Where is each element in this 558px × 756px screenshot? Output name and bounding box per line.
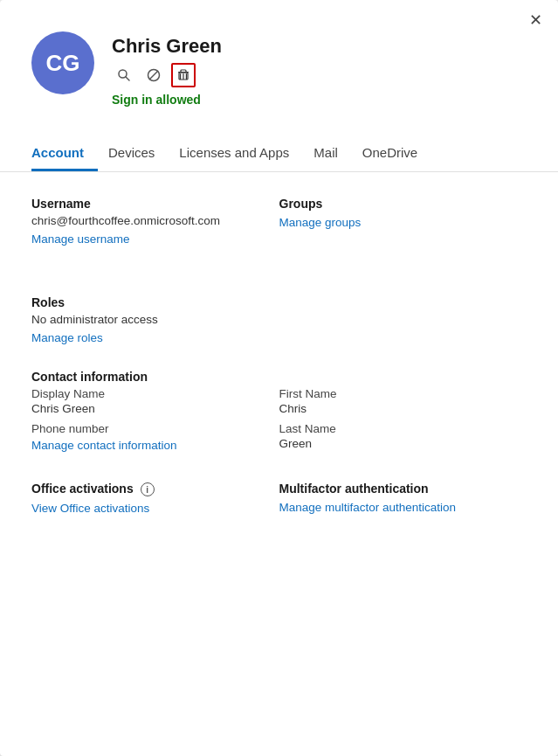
manage-groups-link[interactable]: Manage groups: [279, 216, 362, 229]
user-name: Chris Green: [112, 35, 222, 58]
phone-label: Phone number: [31, 422, 279, 435]
user-dialog: ✕ CG Chris Green: [0, 0, 558, 756]
first-name-value: Chris: [279, 402, 527, 415]
svg-rect-6: [183, 73, 183, 80]
tab-mail[interactable]: Mail: [313, 138, 352, 171]
contact-title: Contact information: [31, 370, 527, 384]
contact-section: Contact information Display Name Chris G…: [31, 370, 527, 457]
manage-roles-link[interactable]: Manage roles: [31, 331, 103, 344]
tab-licenses[interactable]: Licenses and Apps: [179, 138, 303, 171]
roles-title: Roles: [31, 295, 527, 309]
block-icon[interactable]: [141, 63, 166, 87]
last-name-value: Green: [279, 437, 527, 450]
display-name-label: Display Name: [31, 387, 279, 400]
last-name-label: Last Name: [279, 422, 527, 435]
action-icons: [112, 63, 222, 87]
content-area: Username chris@fourthcoffee.onmicrosoft.…: [0, 172, 558, 589]
username-groups-row: Username chris@fourthcoffee.onmicrosoft.…: [31, 197, 527, 271]
svg-line-1: [126, 77, 129, 80]
header-info: Chris Green: [112, 31, 222, 107]
first-name-label: First Name: [279, 387, 527, 400]
groups-title: Groups: [279, 197, 527, 211]
groups-section: Groups Manage groups: [279, 197, 527, 246]
username-value: chris@fourthcoffee.onmicrosoft.com: [31, 214, 279, 227]
roles-value: No administrator access: [31, 313, 527, 326]
tabs-bar: Account Devices Licenses and Apps Mail O…: [0, 114, 558, 172]
close-button[interactable]: ✕: [529, 12, 542, 28]
tab-devices[interactable]: Devices: [108, 138, 169, 171]
contact-right: First Name Chris Last Name Green: [279, 387, 527, 457]
contact-grid: Display Name Chris Green Phone number Ma…: [31, 387, 527, 457]
info-icon: i: [141, 482, 155, 496]
username-section: Username chris@fourthcoffee.onmicrosoft.…: [31, 197, 279, 246]
svg-rect-5: [180, 73, 181, 80]
roles-section: Roles No administrator access Manage rol…: [31, 295, 527, 345]
manage-username-link[interactable]: Manage username: [31, 232, 130, 246]
bottom-row: Office activations i View Office activat…: [31, 482, 527, 540]
office-activations-section: Office activations i View Office activat…: [31, 482, 279, 516]
office-activations-title: Office activations i: [31, 482, 279, 496]
view-office-activations-link[interactable]: View Office activations: [31, 502, 149, 515]
mfa-title: Multifactor authentication: [279, 482, 527, 496]
manage-contact-link[interactable]: Manage contact information: [31, 439, 177, 452]
username-title: Username: [31, 197, 279, 211]
sign-in-status: Sign in allowed: [112, 93, 222, 107]
display-name-value: Chris Green: [31, 402, 279, 415]
contact-left: Display Name Chris Green Phone number Ma…: [31, 387, 279, 457]
search-icon[interactable]: [112, 63, 136, 87]
tab-onedrive[interactable]: OneDrive: [362, 138, 431, 171]
mfa-section: Multifactor authentication Manage multif…: [279, 482, 527, 516]
manage-mfa-link[interactable]: Manage multifactor authentication: [279, 501, 457, 514]
tab-account[interactable]: Account: [31, 138, 98, 171]
svg-line-3: [149, 71, 158, 80]
delete-icon[interactable]: [171, 63, 196, 87]
user-header: CG Chris Green: [0, 0, 558, 107]
avatar: CG: [31, 31, 94, 94]
svg-rect-7: [186, 73, 187, 80]
